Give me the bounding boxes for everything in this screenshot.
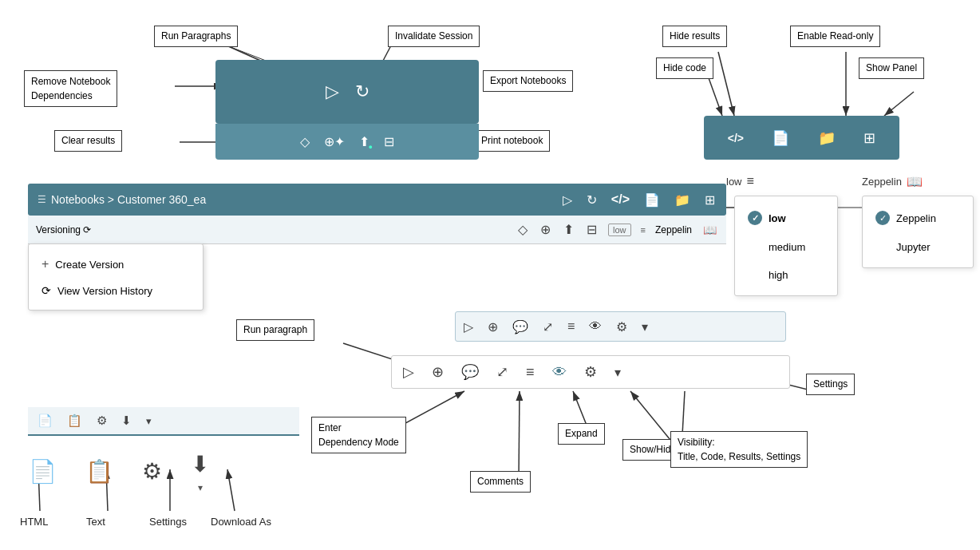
callout-enter-dep: EnterDependency Mode	[311, 417, 406, 453]
notebook-panel-btn[interactable]: ⊞	[703, 191, 717, 209]
callout-hide-code: Hide code	[656, 57, 713, 79]
priority-list-icon: ≡	[747, 174, 754, 188]
dependency-button[interactable]: ⊕✦	[324, 134, 345, 149]
versioning-dep-btn[interactable]: ⊕	[539, 220, 552, 239]
html-export-btn[interactable]: 📄	[27, 457, 58, 486]
versioning-bar: Versioning ⟳ ◇ ⊕ ⬆ ⊟ low ≡ Zeppelin 📖	[28, 216, 726, 244]
interpreter-header: Zeppelin 📖	[862, 174, 923, 189]
file-code-btn[interactable]: 📋	[65, 412, 84, 429]
versioning-upload-btn[interactable]: ⬆	[562, 220, 575, 239]
para-more-btn[interactable]: ▾	[640, 318, 650, 336]
html-label: HTML	[20, 516, 48, 528]
callout-run-paragraphs: Run Paragraphs	[154, 26, 238, 47]
para-expand-main-btn[interactable]: ⤢	[495, 362, 510, 382]
history-icon: ⟳	[41, 284, 51, 297]
callout-invalidate: Invalidate Session	[388, 26, 480, 47]
code-icon-btn[interactable]: </>	[726, 130, 745, 146]
download-as-btn[interactable]: ⬇	[189, 449, 211, 479]
notebook-code-btn[interactable]: </>	[610, 191, 631, 208]
right-panel-icons: </> 📄 📁 ⊞	[704, 116, 899, 160]
file-more-btn[interactable]: ▾	[144, 413, 153, 429]
para-list-btn[interactable]: ≡	[566, 318, 576, 335]
para-list-main-btn[interactable]: ≡	[524, 362, 536, 382]
para-comment-main-btn[interactable]: 💬	[460, 362, 480, 382]
callout-show-panel: Show Panel	[859, 57, 924, 79]
settings-export-btn[interactable]: ⚙	[140, 457, 164, 486]
eraser-button[interactable]: ◇	[300, 134, 310, 149]
download-more-icon[interactable]: ▾	[198, 482, 203, 493]
upload-button[interactable]: ⬆●	[359, 134, 369, 149]
check-icon-low: ✓	[748, 211, 762, 225]
notebook-doc-btn[interactable]: 📄	[642, 191, 662, 209]
priority-high-item[interactable]: high	[735, 261, 837, 289]
priority-header: low ≡	[726, 174, 754, 188]
para-settings-main-btn[interactable]: ⚙	[583, 362, 599, 382]
breadcrumb-icon: ☰	[38, 194, 46, 205]
check-icon-zeppelin: ✓	[875, 211, 890, 225]
interpreter-label-versioning: ≡	[641, 225, 646, 235]
priority-badge-versioning[interactable]: low	[608, 224, 631, 236]
para-run-btn[interactable]: ▷	[462, 318, 475, 336]
interpreter-name-versioning: Zeppelin	[655, 224, 692, 235]
para-toolbar-main: ▷ ⊕ 💬 ⤢ ≡ 👁 ⚙ ▾	[391, 355, 790, 389]
para-toolbar-inner: ▷ ⊕ 💬 ⤢ ≡ 👁 ⚙ ▾	[455, 311, 786, 342]
interpreter-zeppelin-item[interactable]: ✓ Zeppelin	[863, 203, 973, 233]
panel-icon-btn[interactable]: ⊞	[862, 128, 877, 148]
para-comment-btn[interactable]: 💬	[511, 318, 530, 336]
notebook-bar: ☰ Notebooks > Customer 360_ea ▷ ↻ </> 📄 …	[28, 184, 726, 216]
callout-export: Export Notebooks	[483, 70, 573, 92]
secondary-toolbar: ◇ ⊕✦ ⬆● ⊟	[215, 124, 479, 160]
notebook-run-btn[interactable]: ▷	[561, 191, 574, 209]
create-version-item[interactable]: + Create Version	[29, 251, 203, 278]
para-dep-main-btn[interactable]: ⊕	[430, 362, 445, 382]
breadcrumb-text: Notebooks > Customer 360_ea	[51, 193, 206, 206]
callout-print: Print notebook	[474, 130, 550, 152]
settings-bottom-label: Settings	[149, 516, 187, 528]
para-expand-btn[interactable]: ⤢	[541, 318, 555, 336]
svg-line-13	[519, 391, 520, 479]
priority-medium-item[interactable]: medium	[735, 233, 837, 261]
view-version-history-item[interactable]: ⟳ View Version History	[29, 278, 203, 303]
para-run-main-btn[interactable]: ▷	[401, 362, 416, 382]
svg-line-7	[718, 52, 734, 116]
interpreter-jupyter-item[interactable]: Jupyter	[863, 233, 973, 261]
doc-icon-btn[interactable]: 📄	[770, 128, 791, 148]
para-settings-btn[interactable]: ⚙	[614, 318, 629, 336]
main-toolbar: ▷ ↻	[215, 60, 479, 124]
para-tree-btn[interactable]: ⊕	[486, 318, 500, 336]
file-settings-btn[interactable]: ⚙	[95, 412, 109, 429]
svg-line-10	[884, 92, 914, 116]
para-eye-btn[interactable]: 👁	[587, 318, 603, 335]
versioning-label: Versioning ⟳	[36, 224, 91, 235]
file-download-btn[interactable]: ⬇	[120, 412, 133, 429]
text-export-btn[interactable]: 📋	[84, 457, 115, 486]
priority-panel: ✓ low medium high	[734, 196, 838, 296]
callout-hide-results: Hide results	[662, 26, 727, 47]
para-more-main-btn[interactable]: ▾	[613, 363, 622, 382]
notebook-refresh-btn[interactable]: ↻	[585, 191, 599, 209]
file-preview-btn[interactable]: 📄	[36, 412, 54, 429]
version-panel: + Create Version ⟳ View Version History	[28, 243, 204, 311]
versioning-print-btn[interactable]: ⊟	[585, 220, 599, 239]
callout-comments: Comments	[470, 471, 531, 493]
print-button[interactable]: ⊟	[384, 134, 394, 149]
para-eye-main-btn[interactable]: 👁	[551, 362, 568, 382]
callout-visibility: Visibility:Title, Code, Results, Setting…	[670, 431, 808, 468]
text-label: Text	[86, 516, 105, 528]
run-button[interactable]: ▷	[326, 81, 339, 102]
book-icon: 📖	[907, 174, 923, 189]
priority-low-item[interactable]: ✓ low	[735, 203, 837, 233]
svg-line-9	[708, 76, 722, 116]
interpreter-panel: ✓ Zeppelin Jupyter	[862, 196, 974, 268]
bottom-icons-bar: 📄 📋 ⚙ ⬇ ▾	[28, 407, 299, 436]
download-as-label: Download As	[211, 516, 271, 528]
refresh-button[interactable]: ↻	[355, 81, 369, 102]
versioning-eraser-btn[interactable]: ◇	[516, 220, 529, 239]
callout-enable-readonly: Enable Read-only	[790, 26, 880, 47]
callout-settings: Settings	[806, 374, 855, 395]
book-icon-btn[interactable]: 📖	[701, 222, 718, 238]
callout-clear: Clear results	[54, 130, 122, 152]
folder-icon-btn[interactable]: 📁	[816, 128, 837, 148]
notebook-folder-btn[interactable]: 📁	[673, 191, 692, 209]
svg-line-17	[682, 391, 685, 435]
